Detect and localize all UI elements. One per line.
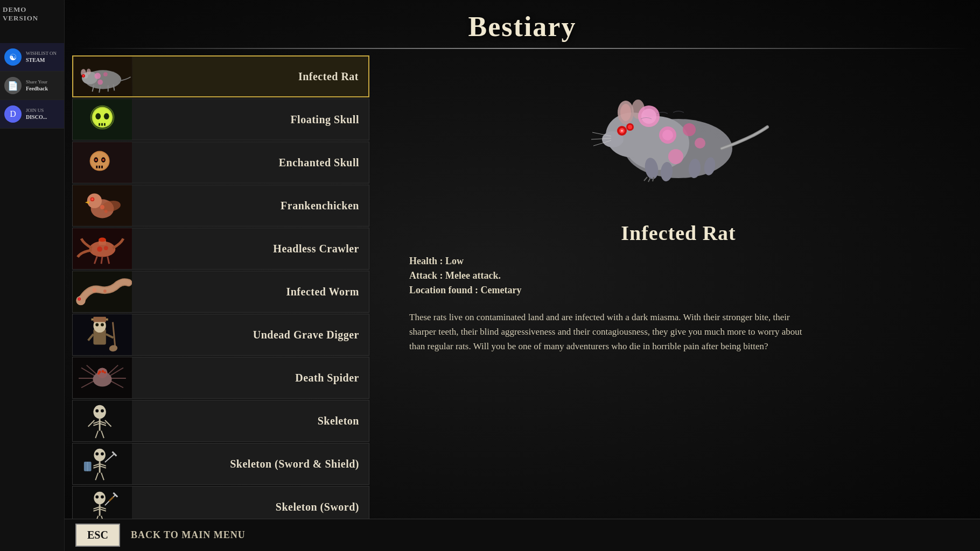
svg-point-38 bbox=[92, 198, 94, 200]
svg-point-111 bbox=[101, 453, 104, 456]
discord-button[interactable]: D JOIN US DISCO... bbox=[0, 100, 64, 129]
wishlist-sublabel: STEAM bbox=[26, 56, 57, 63]
svg-point-82 bbox=[104, 371, 106, 373]
creature-thumbnail bbox=[73, 400, 132, 441]
svg-point-113 bbox=[94, 492, 105, 504]
svg-rect-30 bbox=[99, 166, 100, 168]
creature-thumbnail bbox=[73, 185, 132, 226]
feedback-icon: 📄 bbox=[4, 77, 22, 94]
attack-stat: Attack : Melee attack. bbox=[409, 270, 521, 281]
back-to-menu-label: BACK TO MAIN MENU bbox=[131, 529, 246, 541]
svg-point-8 bbox=[94, 73, 101, 79]
svg-point-140 bbox=[628, 125, 632, 129]
svg-rect-22 bbox=[104, 123, 106, 126]
svg-point-83 bbox=[97, 372, 100, 375]
svg-point-7 bbox=[82, 75, 84, 77]
title-divider bbox=[75, 48, 969, 49]
creature-thumbnail bbox=[73, 357, 132, 398]
creature-name: Death Spider bbox=[132, 372, 369, 384]
health-stat: Health : Low bbox=[409, 256, 521, 267]
svg-point-9 bbox=[103, 72, 108, 76]
creature-name: Skeleton bbox=[132, 415, 369, 427]
svg-point-125 bbox=[101, 496, 104, 499]
svg-line-50 bbox=[101, 257, 102, 264]
discord-label: JOIN US bbox=[26, 108, 44, 113]
feedback-sublabel: Feedback bbox=[26, 85, 48, 92]
feedback-button[interactable]: 📄 Share Your Feedback bbox=[0, 72, 64, 100]
list-item[interactable]: Skeleton (Sword & Shield) bbox=[72, 443, 369, 485]
steam-icon: ☯ bbox=[4, 48, 22, 66]
creature-thumbnail bbox=[73, 443, 132, 484]
content-row: Infected Rat bbox=[65, 54, 980, 519]
detail-creature-name: Infected Rat bbox=[621, 221, 736, 245]
svg-point-32 bbox=[95, 159, 97, 161]
creature-name: Undead Grave Digger bbox=[132, 329, 369, 341]
list-item[interactable]: Frankenchicken bbox=[72, 185, 369, 227]
creature-list-container: Infected Rat bbox=[65, 54, 377, 519]
page-title: Bestiary bbox=[65, 0, 980, 48]
left-sidebar: DEMO VERSION ☯ WISHLIST ON STEAM 📄 Share… bbox=[0, 0, 65, 551]
list-item[interactable]: Skeleton (Sword) bbox=[72, 486, 369, 519]
list-item[interactable]: Undead Grave Digger bbox=[72, 314, 369, 356]
creature-name: Enchanted Skull bbox=[132, 157, 369, 169]
svg-point-10 bbox=[97, 80, 103, 85]
list-item[interactable]: Headless Crawler bbox=[72, 228, 369, 270]
creature-thumbnail bbox=[73, 56, 132, 97]
svg-point-33 bbox=[102, 159, 104, 161]
svg-rect-62 bbox=[93, 317, 106, 322]
svg-rect-31 bbox=[101, 166, 103, 168]
wishlist-label: WISHLIST ON bbox=[26, 51, 57, 56]
svg-point-143 bbox=[683, 123, 696, 136]
svg-point-133 bbox=[620, 104, 631, 121]
creature-name: Skeleton (Sword & Shield) bbox=[132, 458, 369, 470]
svg-point-142 bbox=[662, 130, 673, 140]
demo-badge: DEMO VERSION bbox=[3, 5, 64, 23]
creature-thumbnail bbox=[73, 142, 132, 183]
esc-button[interactable]: ESC bbox=[75, 524, 120, 547]
creature-display bbox=[587, 65, 770, 216]
list-item[interactable]: Infected Rat bbox=[72, 55, 369, 97]
svg-point-55 bbox=[79, 298, 80, 300]
list-item[interactable]: Death Spider bbox=[72, 357, 369, 399]
discord-icon: D bbox=[4, 105, 22, 123]
creature-name: Frankenchicken bbox=[132, 200, 369, 212]
creature-name: Floating Skull bbox=[132, 114, 369, 126]
creature-name: Infected Worm bbox=[132, 286, 369, 298]
svg-point-64 bbox=[101, 323, 104, 327]
discord-sublabel: DISCO... bbox=[26, 114, 47, 121]
wishlist-steam-button[interactable]: ☯ WISHLIST ON STEAM bbox=[0, 43, 64, 72]
creature-thumbnail bbox=[73, 486, 132, 519]
list-item[interactable]: Infected Worm bbox=[72, 271, 369, 313]
svg-point-145 bbox=[668, 149, 683, 164]
svg-point-5 bbox=[87, 68, 91, 75]
svg-rect-29 bbox=[96, 166, 97, 168]
svg-point-144 bbox=[695, 138, 705, 149]
svg-point-81 bbox=[102, 370, 104, 373]
list-item[interactable]: Floating Skull bbox=[72, 98, 369, 140]
svg-point-110 bbox=[95, 453, 99, 456]
svg-rect-20 bbox=[99, 123, 100, 126]
creature-name: Infected Rat bbox=[132, 70, 368, 83]
svg-rect-21 bbox=[101, 123, 103, 126]
svg-point-46 bbox=[99, 238, 106, 242]
feedback-label: Share Your bbox=[26, 79, 47, 84]
creature-list: Infected Rat bbox=[65, 54, 377, 519]
svg-point-48 bbox=[104, 246, 108, 250]
svg-point-124 bbox=[95, 496, 99, 499]
description-text: These rats live on contaminated land and… bbox=[409, 310, 808, 354]
creature-thumbnail bbox=[73, 271, 132, 312]
svg-point-36 bbox=[87, 194, 102, 208]
svg-point-63 bbox=[95, 323, 99, 327]
svg-point-42 bbox=[104, 210, 108, 213]
svg-point-135 bbox=[641, 109, 656, 124]
svg-point-47 bbox=[97, 246, 102, 252]
creature-thumbnail bbox=[73, 228, 132, 269]
svg-point-19 bbox=[104, 113, 109, 119]
svg-point-57 bbox=[103, 289, 107, 293]
detail-panel: Infected Rat Health : Low Attack : Melee… bbox=[377, 54, 980, 519]
list-item[interactable]: Skeleton bbox=[72, 400, 369, 442]
creature-thumbnail bbox=[73, 314, 132, 355]
list-item[interactable]: Enchanted Skull bbox=[72, 142, 369, 183]
creature-name: Skeleton (Sword) bbox=[132, 501, 369, 513]
location-stat: Location found : Cemetary bbox=[409, 285, 521, 296]
